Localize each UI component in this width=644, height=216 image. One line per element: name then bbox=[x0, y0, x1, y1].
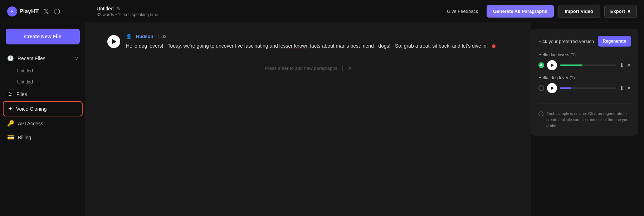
create-new-file-button[interactable]: Create New File bbox=[6, 29, 80, 44]
export-button[interactable]: Export ∨ bbox=[604, 5, 637, 18]
recent-files-header[interactable]: 🕐 Recent Files ∨ bbox=[3, 52, 83, 65]
version-2-player: ⬇ ✕ bbox=[538, 83, 631, 93]
feedback-button[interactable]: Give Feedback bbox=[443, 6, 482, 17]
panel-title: Pick your preferred version bbox=[538, 39, 594, 44]
topbar-center: Untitled ✎ 32 words • 12 sec speaking ti… bbox=[93, 6, 443, 17]
editor-area: 👤 Hudson 1.0x Hello dog lovers! - Today,… bbox=[86, 23, 531, 216]
text-segment-3: facts about man's best friend - dogs! - … bbox=[308, 43, 488, 49]
folder-icon: 🗂 bbox=[7, 91, 13, 97]
version-1-play-button[interactable] bbox=[547, 60, 557, 70]
logo-text: PlayHT bbox=[19, 8, 39, 15]
version-2-radio[interactable] bbox=[538, 85, 544, 91]
voice-name[interactable]: Hudson bbox=[136, 34, 153, 39]
version-item-1: Hello dog lovers (1) ⬇ ✕ bbox=[538, 52, 631, 70]
version-1-label: Hello dog lovers (1) bbox=[538, 52, 631, 57]
info-row: ⓘ Each sample is unique. Click on regene… bbox=[538, 111, 631, 129]
version-1-progress[interactable] bbox=[560, 64, 616, 66]
billing-label: Billing bbox=[18, 135, 31, 140]
sidebar-item-billing[interactable]: 💳 Billing bbox=[3, 130, 83, 144]
topbar-left: PlayHT 𝕏 ⬡ bbox=[7, 6, 93, 16]
play-icon bbox=[112, 39, 116, 44]
download-icon-1[interactable]: ⬇ bbox=[619, 62, 624, 69]
text-segment-2: uncover five fascinating and bbox=[214, 43, 279, 49]
api-access-label: API Access bbox=[18, 121, 43, 126]
logo: PlayHT bbox=[7, 6, 39, 16]
add-paragraph-text: Press enter to add new paragraphs bbox=[265, 66, 337, 71]
progress-fill-2 bbox=[560, 87, 571, 89]
billing-icon: 💳 bbox=[7, 134, 14, 141]
regenerate-button[interactable]: Regenerate bbox=[598, 36, 631, 47]
version-item-2: Hello, dog lover (1) ⬇ ✕ bbox=[538, 75, 631, 93]
voice-cloning-icon: ✦ bbox=[8, 105, 13, 112]
progress-fill bbox=[560, 64, 582, 66]
panel-header: Pick your preferred version Regenerate bbox=[538, 36, 631, 47]
panel-divider bbox=[538, 103, 631, 104]
files-label: Files bbox=[16, 91, 27, 97]
mini-play-icon-2 bbox=[551, 86, 554, 90]
clock-icon: 🕐 bbox=[7, 55, 14, 62]
edit-icon[interactable]: ✎ bbox=[116, 6, 120, 11]
file-title-row: Untitled ✎ bbox=[97, 6, 443, 11]
text-segment-underline-blue-1: we're going to bbox=[184, 43, 215, 49]
voice-cloning-label: Voice Cloning bbox=[16, 106, 47, 112]
download-icon-2[interactable]: ⬇ bbox=[619, 85, 624, 92]
close-icon-2[interactable]: ✕ bbox=[627, 85, 631, 91]
text-segment-1: Hello dog lovers! - Today, bbox=[126, 43, 184, 49]
radio-inner bbox=[540, 64, 542, 66]
paragraph-content: 👤 Hudson 1.0x Hello dog lovers! - Today,… bbox=[126, 34, 509, 51]
close-add-icon[interactable]: ✕ bbox=[347, 65, 352, 72]
paragraph-block: 👤 Hudson 1.0x Hello dog lovers! - Today,… bbox=[107, 34, 509, 51]
sidebar: Create New File 🕐 Recent Files ∨ Untitle… bbox=[0, 23, 86, 216]
mini-play-icon bbox=[551, 63, 554, 67]
version-2-progress[interactable] bbox=[560, 87, 616, 89]
paragraph-text[interactable]: Hello dog lovers! - Today, we're going t… bbox=[126, 42, 509, 51]
text-segment-underline-red: lesser known bbox=[279, 43, 309, 49]
discord-icon[interactable]: ⬡ bbox=[54, 7, 60, 16]
recording-indicator bbox=[492, 44, 496, 48]
api-icon: 🔑 bbox=[7, 120, 14, 127]
user-icon: 👤 bbox=[126, 34, 132, 39]
main-layout: Create New File 🕐 Recent Files ∨ Untitle… bbox=[0, 23, 644, 216]
recent-file-item-2[interactable]: Untitled bbox=[3, 76, 83, 87]
sidebar-item-files[interactable]: 🗂 Files bbox=[3, 87, 83, 101]
voice-speed[interactable]: 1.0x bbox=[157, 34, 166, 39]
generate-all-button[interactable]: Generate All Paragraphs bbox=[487, 5, 553, 18]
twitter-icon[interactable]: 𝕏 bbox=[44, 8, 49, 15]
info-icon: ⓘ bbox=[538, 111, 543, 117]
play-button[interactable] bbox=[107, 35, 120, 48]
export-chevron-icon: ∨ bbox=[627, 9, 631, 14]
logo-icon bbox=[7, 6, 17, 16]
sidebar-section: 🕐 Recent Files ∨ Untitled Untitled 🗂 Fil… bbox=[0, 52, 86, 144]
voice-row: 👤 Hudson 1.0x bbox=[126, 34, 509, 39]
chevron-down-icon: ∨ bbox=[75, 56, 78, 61]
content-area: 👤 Hudson 1.0x Hello dog lovers! - Today,… bbox=[86, 23, 531, 216]
info-text: Each sample is unique. Click on regenera… bbox=[546, 111, 631, 129]
add-paragraph-row[interactable]: Press enter to add new paragraphs | ✕ bbox=[107, 59, 509, 77]
sidebar-item-voice-cloning[interactable]: ✦ Voice Cloning bbox=[3, 101, 83, 116]
file-title: Untitled bbox=[97, 6, 113, 11]
topbar-right: Give Feedback Generate All Paragraphs Im… bbox=[443, 5, 637, 18]
version-2-play-button[interactable] bbox=[547, 83, 557, 93]
sidebar-item-api-access[interactable]: 🔑 API Access bbox=[3, 116, 83, 130]
export-label: Export bbox=[610, 9, 625, 14]
close-icon-1[interactable]: ✕ bbox=[627, 62, 631, 68]
right-panel: Pick your preferred version Regenerate H… bbox=[531, 29, 638, 136]
file-meta: 32 words • 12 sec speaking time bbox=[97, 12, 443, 17]
version-2-label: Hello, dog lover (1) bbox=[538, 75, 631, 80]
separator: | bbox=[342, 65, 343, 71]
recent-files-label: Recent Files bbox=[18, 56, 45, 61]
recent-file-item-1[interactable]: Untitled bbox=[3, 65, 83, 76]
import-video-button[interactable]: Import Video bbox=[558, 5, 600, 18]
version-1-radio[interactable] bbox=[538, 62, 544, 68]
version-1-player: ⬇ ✕ bbox=[538, 60, 631, 70]
topbar: PlayHT 𝕏 ⬡ Untitled ✎ 32 words • 12 sec … bbox=[0, 0, 644, 23]
